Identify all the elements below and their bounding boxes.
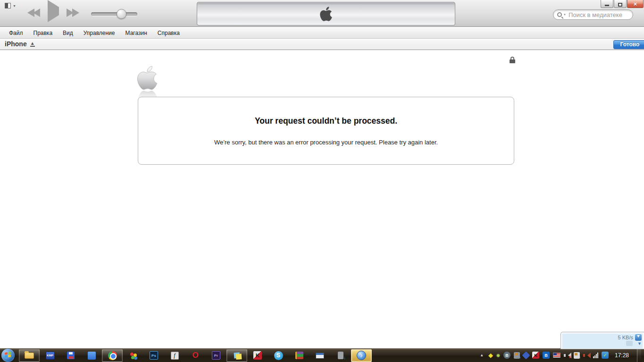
- faded-status-icon: [626, 341, 633, 346]
- taskbar-item-console-app[interactable]: [309, 349, 330, 362]
- menu-edit[interactable]: Правка: [28, 27, 58, 38]
- next-button[interactable]: [67, 8, 79, 17]
- red-speaker-icon[interactable]: [583, 353, 590, 358]
- maximize-button[interactable]: [614, 0, 627, 8]
- mute-x-icon: ×: [569, 355, 571, 359]
- taskbar-item-photoshop[interactable]: Ps: [143, 349, 164, 362]
- network-monitor-body: 5 KB/s ▼: [562, 333, 643, 349]
- network-monitor-popup[interactable]: 5 KB/s ▼: [560, 332, 644, 349]
- punto-switcher-icon[interactable]: ◆: [488, 352, 493, 359]
- menu-controls[interactable]: Управление: [78, 27, 120, 38]
- rewind-icon: [33, 8, 40, 17]
- dropbox-icon[interactable]: ✓: [602, 352, 609, 359]
- view-switcher-menu[interactable]: ▼: [5, 3, 16, 8]
- search-input[interactable]: ▼ Поиск в медиатеке: [553, 9, 633, 20]
- popup-dropdown-button[interactable]: ▼: [637, 341, 642, 346]
- fast-forward-icon: [72, 8, 79, 17]
- eject-icon: ▲: [30, 42, 35, 45]
- search-icon: [557, 12, 562, 17]
- minimize-button[interactable]: [601, 0, 613, 8]
- kmplayer-icon: KMP: [46, 352, 55, 360]
- photoshop-icon: Ps: [150, 351, 158, 360]
- download-arrow-icon: [635, 334, 642, 341]
- screen: { "app": { "name": "iTunes" }, "toolbar"…: [0, 0, 644, 362]
- power-plug-icon[interactable]: [574, 352, 580, 359]
- taskbar-item-kaspersky[interactable]: K: [247, 349, 268, 362]
- apple-logo-icon: [137, 65, 157, 91]
- kaspersky-icon: K: [253, 351, 262, 360]
- sticky-notes-icon: [234, 353, 240, 359]
- chrome-icon: [108, 351, 117, 360]
- eject-icon-bar: [30, 46, 35, 47]
- store-page: Your request couldn’t be processed. We’r…: [0, 51, 644, 348]
- hidden-icons-button[interactable]: ▲: [480, 352, 484, 359]
- bluetooth-icon[interactable]: B: [503, 352, 510, 359]
- blue-app-icon: [88, 352, 96, 360]
- taskbar-item-winrar[interactable]: [289, 349, 309, 362]
- error-panel: Your request couldn’t be processed. We’r…: [138, 97, 514, 165]
- volume-knob[interactable]: [117, 9, 126, 19]
- console-app-icon: [316, 353, 324, 359]
- floppy-disk-icon: [67, 352, 75, 359]
- device-sync-lock-icon[interactable]: [514, 352, 520, 359]
- apple-logo: [137, 65, 158, 101]
- search-dropdown-icon: ▼: [563, 13, 566, 16]
- menu-file[interactable]: Файл: [4, 27, 28, 38]
- device-label: iPhone ▲: [5, 40, 35, 48]
- taskbar-item-skype[interactable]: S: [268, 349, 289, 362]
- itunes-toolbar: ▼ ▼ Поиск в медиатеке: [0, 0, 644, 27]
- show-desktop-button[interactable]: [637, 348, 641, 362]
- taskbar: KMP Ps f O Pr K S ♪ ▲ ◆ ● B K B ×: [0, 348, 644, 362]
- menu-view[interactable]: Вид: [58, 27, 78, 38]
- taskbar-item-font-app[interactable]: f: [164, 349, 185, 362]
- previous-button[interactable]: [27, 8, 40, 17]
- skype-icon: S: [274, 351, 283, 360]
- download-speed: 5 KB/s: [618, 335, 633, 340]
- premiere-icon: Pr: [212, 351, 220, 360]
- taskbar-item-blue-app[interactable]: [81, 349, 102, 362]
- taskbar-item-photo-viewer[interactable]: [123, 349, 143, 362]
- photo-viewer-icon: [130, 353, 134, 356]
- error-title: Your request couldn’t be processed.: [138, 116, 514, 126]
- system-tray: ▲ ◆ ● B K B × ✓ 17:28: [480, 348, 644, 362]
- kaspersky-tray-icon[interactable]: K: [532, 352, 539, 359]
- play-icon: [48, 0, 59, 22]
- muted-volume-icon[interactable]: ×: [564, 353, 570, 358]
- eject-button[interactable]: ▲: [30, 42, 35, 47]
- education-app-icon[interactable]: [522, 351, 530, 359]
- error-message: We’re sorry, but there was an error proc…: [138, 139, 514, 146]
- menu-store[interactable]: Магазин: [120, 27, 152, 38]
- volume-slider[interactable]: [91, 12, 137, 16]
- done-button[interactable]: Готово: [613, 40, 644, 49]
- itunes-icon: ♪: [357, 351, 366, 360]
- taskbar-item-save-tool[interactable]: [60, 349, 81, 362]
- taskbar-item-premiere[interactable]: Pr: [206, 349, 226, 362]
- search-placeholder: Поиск в медиатеке: [569, 11, 622, 18]
- phone-sync-icon: [338, 352, 343, 359]
- taskbar-item-explorer[interactable]: [19, 349, 40, 362]
- b-app-tray-icon[interactable]: B: [543, 352, 550, 359]
- menu-bar: Файл Правка Вид Управление Магазин Справ…: [0, 27, 644, 39]
- taskbar-item-opera[interactable]: O: [185, 349, 206, 362]
- font-app-icon: f: [171, 352, 179, 360]
- taskbar-clock[interactable]: 17:28: [615, 352, 629, 359]
- taskbar-item-sticky-notes[interactable]: [226, 349, 247, 362]
- taskbar-item-phone-sync[interactable]: [330, 349, 351, 362]
- taskbar-item-kmplayer[interactable]: KMP: [40, 349, 60, 362]
- play-button[interactable]: [48, 7, 59, 16]
- start-button[interactable]: [1, 349, 15, 362]
- taskbar-item-itunes[interactable]: ♪: [351, 349, 372, 362]
- minimize-icon: [605, 5, 609, 6]
- close-button[interactable]: ×: [627, 0, 644, 8]
- device-name: iPhone: [5, 40, 27, 48]
- opera-icon: O: [192, 351, 198, 360]
- taskbar-item-chrome[interactable]: [102, 349, 123, 362]
- lcd-display: [197, 2, 455, 25]
- network-signal-icon[interactable]: [593, 353, 598, 358]
- winrar-icon: [295, 352, 303, 359]
- keyboard-layout-flag-icon[interactable]: [553, 353, 560, 358]
- secure-lock-icon: [509, 57, 516, 63]
- window-controls: ×: [600, 0, 644, 8]
- green-status-icon[interactable]: ●: [496, 352, 500, 359]
- menu-help[interactable]: Справка: [152, 27, 185, 38]
